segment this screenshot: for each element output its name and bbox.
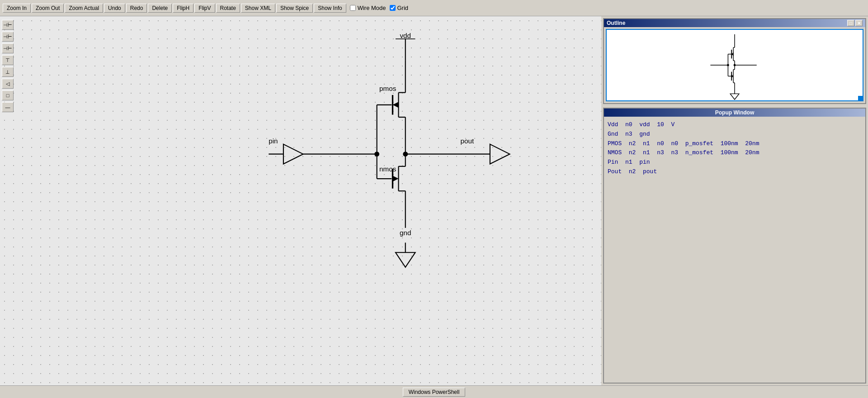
- pout-label: pout: [461, 137, 474, 145]
- delete-button[interactable]: Delete: [148, 4, 172, 13]
- tool-bottom[interactable]: ⊥: [2, 67, 14, 77]
- zoom-out-button[interactable]: Zoom Out: [32, 4, 64, 13]
- grid-label: Grid: [397, 5, 409, 11]
- outline-content: [606, 29, 863, 101]
- popup-content: Vdd n0 vdd 10 VGnd n3 gndPMOS n2 n1 n0 n…: [604, 117, 865, 383]
- canvas-area[interactable]: ⊣⊢ ⊣⊢ ⊣⊢ ⊤ ⊥ ◁ □ — vdd: [0, 16, 601, 385]
- zoom-in-button[interactable]: Zoom In: [3, 4, 31, 13]
- fliph-button[interactable]: FlipH: [173, 4, 193, 13]
- tool-plus-h2[interactable]: ⊣⊢: [2, 32, 14, 42]
- tool-arrow[interactable]: ◁: [2, 79, 14, 89]
- tool-top[interactable]: ⊤: [2, 55, 14, 65]
- wire-mode-label: Wire Mode: [358, 5, 386, 11]
- svg-marker-43: [730, 94, 739, 100]
- zoom-actual-button[interactable]: Zoom Actual: [65, 4, 103, 13]
- popup-titlebar: Popup Window: [604, 109, 865, 117]
- svg-marker-25: [490, 144, 510, 164]
- popup-line: Pout n2 pout: [608, 167, 862, 177]
- pin-label: pin: [269, 137, 278, 145]
- popup-line: Gnd n3 gnd: [608, 130, 862, 139]
- svg-marker-27: [396, 252, 415, 267]
- show-spice-button[interactable]: Show Spice: [276, 4, 313, 13]
- outline-svg: [607, 30, 863, 100]
- statusbar: Windows PowerShell: [0, 385, 868, 398]
- outline-title: Outline: [607, 20, 625, 26]
- outline-minimize-button[interactable]: □: [847, 20, 854, 26]
- pmos-label: pmos: [379, 85, 396, 92]
- grid-group: Grid: [390, 5, 409, 11]
- tool-plus-h3[interactable]: ⊣⊢: [2, 43, 14, 53]
- outline-close-button[interactable]: ✕: [855, 20, 863, 26]
- show-xml-button[interactable]: Show XML: [241, 4, 275, 13]
- statusbar-text: Windows PowerShell: [403, 388, 466, 397]
- outline-resize-handle[interactable]: [858, 96, 863, 100]
- popup-window: Popup Window Vdd n0 vdd 10 VGnd n3 gndPM…: [603, 108, 866, 384]
- svg-point-46: [727, 64, 729, 66]
- show-info-button[interactable]: Show Info: [314, 4, 346, 13]
- outline-titlebar: Outline □ ✕: [604, 19, 865, 27]
- rotate-button[interactable]: Rotate: [216, 4, 240, 13]
- main-area: ⊣⊢ ⊣⊢ ⊣⊢ ⊤ ⊥ ◁ □ — vdd: [0, 16, 868, 385]
- right-panel: Outline □ ✕: [601, 16, 868, 385]
- wire-mode-checkbox[interactable]: [350, 5, 356, 11]
- undo-button[interactable]: Undo: [104, 4, 125, 13]
- grid-checkbox[interactable]: [390, 5, 396, 11]
- svg-marker-17: [392, 176, 398, 182]
- popup-line: Pin n1 pin: [608, 158, 862, 167]
- svg-marker-21: [283, 144, 303, 164]
- vdd-label: vdd: [400, 32, 411, 39]
- circuit-diagram: vdd pmos: [0, 16, 601, 385]
- gnd-label: gnd: [400, 229, 411, 237]
- popup-line: NMOS n2 n1 n3 n3 n_mosfet 100nm 20nm: [608, 148, 862, 158]
- tool-rect[interactable]: □: [2, 90, 14, 100]
- popup-line: PMOS n2 n1 n0 n0 p_mosfet 100nm 20nm: [608, 139, 862, 149]
- toolbar: Zoom InZoom OutZoom ActualUndoRedoDelete…: [0, 0, 868, 16]
- popup-title: Popup Window: [715, 109, 755, 116]
- flipv-button[interactable]: FlipV: [194, 4, 215, 13]
- left-toolbar: ⊣⊢ ⊣⊢ ⊣⊢ ⊤ ⊥ ◁ □ —: [0, 16, 15, 116]
- tool-line[interactable]: —: [2, 102, 14, 112]
- tool-plus-h[interactable]: ⊣⊢: [2, 20, 14, 30]
- outline-window: Outline □ ✕: [603, 18, 866, 104]
- outline-titlebar-buttons: □ ✕: [847, 20, 863, 26]
- redo-button[interactable]: Redo: [126, 4, 147, 13]
- popup-line: Vdd n0 vdd 10 V: [608, 120, 862, 130]
- wire-mode-group: Wire Mode: [350, 5, 386, 11]
- svg-marker-9: [392, 102, 398, 108]
- nmos-label: nmos: [379, 165, 396, 173]
